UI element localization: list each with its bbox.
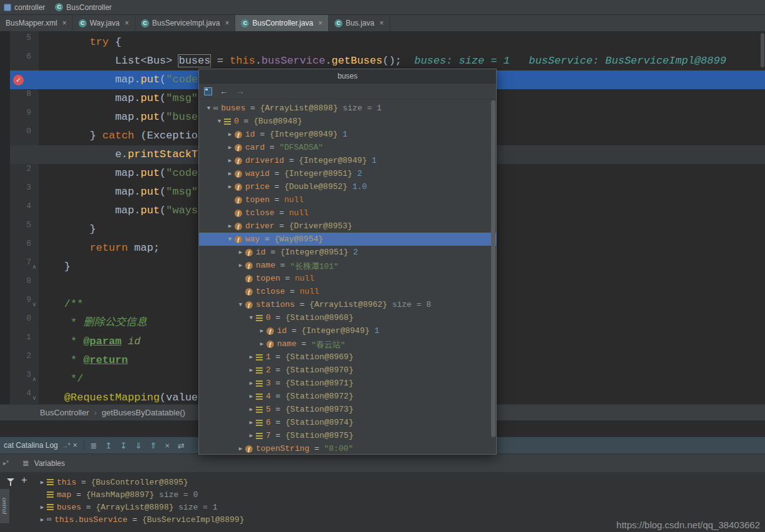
variable-row-name[interactable]: ▶fname = "春云站" (199, 337, 496, 351)
expand-arrow-icon[interactable]: ▶ (225, 144, 235, 151)
expand-arrow-icon[interactable]: ▶ (246, 367, 256, 374)
expand-arrow-icon[interactable]: ▶ (246, 419, 256, 426)
console-tab-close-icon[interactable]: × (73, 441, 77, 450)
expand-arrow-icon[interactable]: ▶ (257, 327, 266, 334)
variable-row-tclose[interactable]: ftclose = null (199, 206, 496, 220)
expand-arrow-icon[interactable]: ▼ (246, 315, 256, 321)
expand-arrow-icon[interactable]: ▼ (236, 302, 245, 308)
editor-scrollbar-thumb[interactable] (761, 33, 764, 67)
fold-marker-icon[interactable]: ∧ (30, 370, 39, 389)
variable-row-this[interactable]: ▶this = {BusController@8895} (37, 476, 765, 488)
expand-arrow-icon[interactable]: ▼ (215, 118, 224, 125)
variable-row-id[interactable]: ▶fid = {Integer@8949} 1 (199, 324, 496, 337)
expand-arrow-icon[interactable]: ▶ (246, 380, 256, 387)
breadcrumb-class-label: BusController (66, 3, 112, 12)
breadcrumb-method-name[interactable]: getBusesByDatatable() (102, 408, 185, 417)
expand-arrow-icon[interactable]: ▶ (225, 157, 235, 164)
breakpoint-verified-icon[interactable]: ✓ (13, 75, 24, 85)
tab-BusController.java[interactable]: CBusController.java× (235, 15, 328, 31)
expand-arrow-icon[interactable]: ▼ (225, 236, 235, 243)
expand-arrow-icon[interactable]: ▶ (246, 406, 256, 413)
console-tab-label[interactable]: cat Catalina Log (4, 441, 58, 450)
variable-row-tclose[interactable]: ftclose = null (199, 285, 496, 298)
expand-arrow-icon[interactable]: ▶ (225, 223, 235, 230)
breadcrumb-module[interactable]: controller (4, 3, 45, 12)
expand-arrow-icon[interactable]: ▶ (246, 354, 256, 360)
tab-close-icon[interactable]: × (379, 19, 384, 27)
tab-close-icon[interactable]: × (225, 19, 229, 27)
variable-row-7[interactable]: ▶7 = {Station@8975} (199, 429, 496, 442)
scroll-to-start-icon[interactable]: ⇑ (150, 441, 157, 450)
fold-marker-icon[interactable]: ∨ (30, 389, 39, 404)
tab-BusMapper.xml[interactable]: BusMapper.xml× (0, 15, 73, 31)
breadcrumb-class-name[interactable]: BusController (40, 408, 89, 417)
variable-extra: 2 (357, 169, 362, 178)
variable-row-driverid[interactable]: ▶fdriverid = {Integer@8949} 1 (199, 154, 496, 167)
scroll-down-icon[interactable]: ↧ (120, 441, 127, 450)
expand-arrow-icon[interactable]: ▼ (204, 105, 213, 112)
expand-arrow-icon[interactable]: ▶ (37, 516, 47, 523)
expand-arrow-icon[interactable]: ▶ (225, 183, 235, 190)
popup-scrollbar-thumb[interactable] (491, 100, 495, 437)
expand-arrow-icon[interactable]: ▶ (236, 445, 245, 452)
variable-row-topen[interactable]: ftopen = null (199, 193, 496, 206)
editor-scrollbar[interactable] (760, 31, 765, 404)
variable-row-map[interactable]: map = {HashMap@8897} size = 0 (37, 488, 765, 501)
variable-row-card[interactable]: ▶fcard = "DFSADSA" (199, 141, 496, 154)
field-icon: f (235, 157, 242, 165)
variable-row-price[interactable]: ▶fprice = {Double@8952} 1.0 (199, 180, 496, 193)
side-tool-window-tab[interactable]: ontrol (0, 489, 9, 523)
fold-marker-icon[interactable]: ∨ (30, 295, 39, 314)
clear-icon[interactable]: × (165, 441, 170, 450)
variable-row-1[interactable]: ▶1 = {Station@8969} (199, 351, 496, 364)
scroll-to-end-icon[interactable]: ⇓ (135, 441, 142, 450)
tab-Way.java[interactable]: CWay.java× (73, 15, 135, 31)
back-icon[interactable]: ← (220, 86, 228, 96)
expand-arrow-icon[interactable]: ▶ (225, 131, 235, 138)
fold-marker-icon[interactable]: ∧ (30, 258, 39, 276)
variable-row-id[interactable]: ▶fid = {Integer@8949} 1 (199, 128, 496, 141)
scroll-up-icon[interactable]: ↥ (105, 441, 112, 450)
variable-row-5[interactable]: ▶5 = {Station@8973} (199, 403, 496, 416)
popup-scrollbar[interactable] (490, 99, 495, 452)
popup-title[interactable]: buses (199, 69, 496, 84)
expand-arrow-icon[interactable]: ▶ (37, 504, 47, 511)
tab-close-icon[interactable]: × (62, 19, 67, 27)
tab-close-icon[interactable]: × (125, 19, 129, 27)
view-options-icon[interactable] (204, 87, 212, 95)
expand-arrow-icon[interactable]: ▶ (246, 432, 256, 439)
expand-arrow-icon[interactable]: ▶ (37, 479, 47, 486)
variable-row-driver[interactable]: ▶fdriver = {Driver@8953} (199, 220, 496, 233)
variable-row-name[interactable]: ▶fname = "长株潭101" (199, 259, 496, 272)
soft-wrap-icon[interactable]: ⇄ (178, 441, 185, 450)
variable-row-id[interactable]: ▶fid = {Integer@8951} 2 (199, 246, 496, 259)
breadcrumb-module-label: controller (14, 3, 45, 12)
variable-row-buses[interactable]: ▶buses = {ArrayList@8898} size = 1 (37, 501, 765, 513)
tab-BusServiceImpl.java[interactable]: CBusServiceImpl.java× (135, 15, 236, 31)
variable-row-4[interactable]: ▶4 = {Station@8972} (199, 390, 496, 403)
forward-icon[interactable]: → (236, 86, 245, 96)
variable-row-stations[interactable]: ▼fstations = {ArrayList@8962} size = 8 (199, 298, 496, 311)
variable-row-0[interactable]: ▼0 = {Bus@8948} (199, 115, 496, 128)
variable-row-6[interactable]: ▶6 = {Station@8974} (199, 416, 496, 429)
variable-row-0[interactable]: ▼0 = {Station@8968} (199, 311, 496, 324)
tab-Bus.java[interactable]: CBus.java× (329, 15, 390, 31)
filter-icon[interactable] (6, 478, 15, 486)
expand-arrow-icon[interactable]: ▶ (225, 170, 235, 177)
variable-row-wayid[interactable]: ▶fwayid = {Integer@8951} 2 (199, 167, 496, 180)
breadcrumb-class[interactable]: C BusController (55, 3, 112, 12)
tab-close-icon[interactable]: × (318, 19, 323, 27)
expand-arrow-icon[interactable]: ▶ (236, 262, 245, 269)
expand-arrow-icon[interactable]: ▶ (246, 393, 256, 400)
variable-row-topen[interactable]: ftopen = null (199, 272, 496, 285)
variable-row-way[interactable]: ▼fway = {Way@8954} (199, 233, 496, 246)
settings-menu-icon[interactable]: ≣ (90, 441, 97, 450)
variable-row-topenString[interactable]: ▶ftopenString = "8:00" (199, 442, 496, 455)
expand-arrow-icon[interactable]: ▶ (236, 249, 245, 256)
variable-row-2[interactable]: ▶2 = {Station@8970} (199, 364, 496, 377)
variable-row-buses[interactable]: ▼∞buses = {ArrayList@8898} size = 1 (199, 102, 496, 115)
add-watch-button[interactable]: + (21, 475, 27, 486)
expand-arrow-icon[interactable]: ▶ (257, 341, 266, 347)
class-icon: C (241, 19, 249, 27)
variable-row-3[interactable]: ▶3 = {Station@8971} (199, 377, 496, 390)
